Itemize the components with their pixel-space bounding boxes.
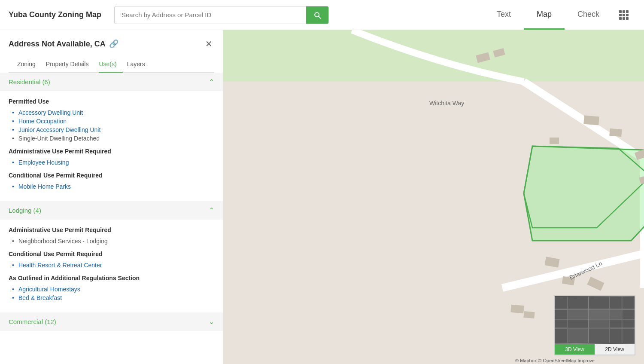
header: Yuba County Zoning Map Text Map Check	[0, 0, 644, 30]
svg-rect-27	[568, 310, 588, 320]
residential-title: Residential (6)	[9, 78, 50, 86]
svg-rect-15	[523, 311, 535, 318]
commercial-chevron: ⌄	[209, 318, 214, 326]
grid-menu[interactable]	[612, 0, 635, 30]
lodging-chevron: ⌃	[209, 206, 214, 214]
tab-uses[interactable]: Use(s)	[99, 56, 122, 73]
search-container	[114, 6, 329, 24]
residential-chevron: ⌃	[209, 78, 214, 86]
lodging-conditional-label: Conditional Use Permit Required	[9, 251, 214, 257]
map-background: Witchita Way Briarwood Ln © Mapbox © Ope…	[223, 30, 644, 364]
address-row: Address Not Available, CA 🔗 ✕	[9, 37, 214, 51]
commercial-section-header[interactable]: Commercial (12) ⌄	[0, 312, 223, 331]
sidebar-content: Residential (6) ⌃ Permitted Use Accessor…	[0, 73, 223, 364]
lodging-admin-list: Neighborhood Services - Lodging	[9, 237, 214, 245]
tab-property-details[interactable]: Property Details	[46, 56, 95, 73]
tab-check[interactable]: Check	[565, 0, 612, 30]
list-item[interactable]: Home Occupation	[9, 117, 214, 125]
lodging-title: Lodging (4)	[9, 207, 41, 214]
map-area: Witchita Way Briarwood Ln © Mapbox © Ope…	[223, 30, 644, 364]
conditional-use-label: Conditional Use Permit Required	[9, 172, 214, 179]
svg-marker-2	[524, 146, 644, 241]
sidebar-header: Address Not Available, CA 🔗 ✕ Zoning Pro…	[0, 30, 223, 73]
svg-text:Witchita Way: Witchita Way	[429, 100, 464, 107]
residential-section-body: Permitted Use Accessory Dwelling Unit Ho…	[0, 91, 223, 201]
address-info: Address Not Available, CA 🔗	[9, 39, 118, 49]
grid-icon	[619, 10, 629, 20]
svg-rect-6	[583, 116, 599, 125]
lodging-additional-label: As Outlined in Additional Regulations Se…	[9, 275, 214, 281]
sidebar: Address Not Available, CA 🔗 ✕ Zoning Pro…	[0, 30, 223, 364]
svg-rect-31	[589, 320, 609, 328]
tab-map[interactable]: Map	[524, 0, 565, 30]
permitted-use-label: Permitted Use	[9, 98, 214, 105]
lodging-conditional-list: Health Resort & Retreat Center	[9, 261, 214, 269]
search-button[interactable]	[306, 6, 328, 24]
svg-rect-8	[550, 138, 559, 144]
list-item[interactable]: Agricultural Homestays	[9, 285, 214, 294]
main-content: Address Not Available, CA 🔗 ✕ Zoning Pro…	[0, 30, 644, 364]
residential-section-header[interactable]: Residential (6) ⌃	[0, 73, 223, 91]
search-input[interactable]	[115, 7, 306, 23]
link-icon[interactable]: 🔗	[109, 39, 118, 49]
list-item[interactable]: Junior Accessory Dwelling Unit	[9, 125, 214, 134]
list-item[interactable]: Employee Housing	[9, 158, 214, 167]
svg-rect-29	[610, 310, 621, 320]
mini-map: 3D View 2D View	[554, 295, 635, 355]
mini-map-controls: 3D View 2D View	[555, 344, 635, 355]
list-item: Single-Unit Dwelling Detached	[9, 134, 214, 143]
close-button[interactable]: ✕	[204, 37, 214, 51]
commercial-title: Commercial (12)	[9, 318, 56, 325]
address-title: Address Not Available, CA	[9, 40, 106, 49]
svg-rect-14	[510, 305, 524, 314]
tab-layers[interactable]: Layers	[127, 56, 151, 73]
lodging-section-body: Administrative Use Permit Required Neigh…	[0, 220, 223, 312]
permitted-use-list: Accessory Dwelling Unit Home Occupation …	[9, 108, 214, 143]
list-item[interactable]: Accessory Dwelling Unit	[9, 108, 214, 117]
admin-use-label: Administrative Use Permit Required	[9, 148, 214, 155]
svg-rect-32	[568, 329, 588, 343]
tab-text[interactable]: Text	[484, 0, 524, 30]
list-item[interactable]: Health Resort & Retreat Center	[9, 261, 214, 269]
lodging-section-header[interactable]: Lodging (4) ⌃	[0, 201, 223, 220]
tab-zoning[interactable]: Zoning	[17, 56, 42, 73]
svg-rect-28	[589, 310, 609, 320]
svg-text:© Mapbox © OpenStreetMap Impro: © Mapbox © OpenStreetMap Improve	[515, 358, 595, 363]
main-nav: Text Map Check	[484, 0, 635, 30]
3d-view-button[interactable]: 3D View	[555, 344, 595, 355]
svg-rect-33	[589, 329, 609, 343]
conditional-use-list: Mobile Home Parks	[9, 182, 214, 191]
svg-rect-30	[568, 320, 588, 328]
list-item[interactable]: Bed & Breakfast	[9, 294, 214, 302]
sidebar-tabs: Zoning Property Details Use(s) Layers	[9, 56, 214, 73]
list-item[interactable]: Mobile Home Parks	[9, 182, 214, 191]
list-item: Neighborhood Services - Lodging	[9, 237, 214, 245]
admin-use-list: Employee Housing	[9, 158, 214, 167]
lodging-additional-list: Agricultural Homestays Bed & Breakfast	[9, 285, 214, 302]
2d-view-button[interactable]: 2D View	[595, 344, 635, 355]
app-title: Yuba County Zoning Map	[9, 10, 101, 19]
svg-rect-7	[609, 128, 622, 137]
lodging-admin-label: Administrative Use Permit Required	[9, 226, 214, 233]
